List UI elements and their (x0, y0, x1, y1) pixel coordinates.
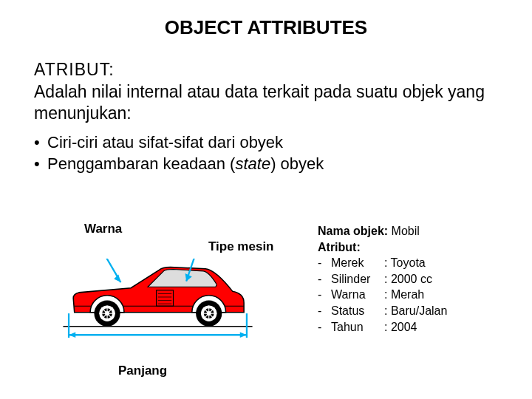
attr-val: : Baru/Jalan (384, 303, 447, 319)
attr-row: - Merek : Toyota (318, 255, 447, 271)
attr-val: : Merah (384, 287, 424, 303)
dash: - (318, 287, 331, 303)
attr-row: - Warna : Merah (318, 287, 447, 303)
attr-key: Silinder (331, 271, 384, 287)
front-wheel (94, 301, 120, 327)
bullet-item: Penggambaran keadaan (state) obyek (34, 153, 498, 175)
bullet-text: ) obyek (270, 154, 324, 173)
rear-wheel (196, 301, 222, 327)
label-tipe-mesin: Tipe mesin (208, 239, 274, 254)
attr-val: : 2004 (384, 319, 417, 335)
bullet-list: Ciri-ciri atau sifat-sifat dari obyek Pe… (34, 132, 498, 175)
atribut-label: ATRIBUT: (34, 60, 498, 80)
svg-marker-5 (240, 332, 247, 338)
bullet-item: Ciri-ciri atau sifat-sifat dari obyek (34, 132, 498, 154)
attr-key: Status (331, 303, 384, 319)
attr-key: Merek (331, 255, 384, 271)
dash: - (318, 255, 331, 271)
svg-marker-29 (114, 274, 120, 282)
attr-key: Tahun (331, 319, 384, 335)
nama-objek-value: Mobil (392, 225, 420, 237)
page-title: OBJECT ATTRIBUTES (0, 16, 532, 39)
attr-row: - Tahun : 2004 (318, 319, 447, 335)
attr-val: : 2000 cc (384, 271, 432, 287)
dash: - (318, 303, 331, 319)
attr-row: - Status : Baru/Jalan (318, 303, 447, 319)
attribute-list: Nama objek: Mobil Atribut: - Merek : Toy… (318, 223, 447, 335)
atribut-heading: Atribut: (318, 239, 447, 256)
content-block: ATRIBUT: Adalah nilai internal atau data… (0, 60, 532, 175)
nama-objek-label: Nama objek: (318, 225, 392, 237)
car-diagram: Warna Tipe mesin Panjang (34, 222, 311, 384)
car-illustration (34, 259, 282, 355)
attr-val: : Toyota (384, 255, 426, 271)
bullet-text: Penggambaran keadaan ( (47, 154, 235, 173)
label-panjang: Panjang (118, 364, 167, 378)
state-word: state (235, 154, 270, 173)
dash: - (318, 271, 331, 287)
svg-marker-4 (69, 332, 75, 338)
dash: - (318, 319, 331, 335)
attr-row: - Silinder : 2000 cc (318, 271, 447, 287)
nama-objek-line: Nama objek: Mobil (318, 223, 447, 239)
attr-key: Warna (331, 287, 384, 303)
label-warna: Warna (84, 222, 122, 236)
definition-text: Adalah nilai internal atau data terkait … (34, 81, 498, 124)
